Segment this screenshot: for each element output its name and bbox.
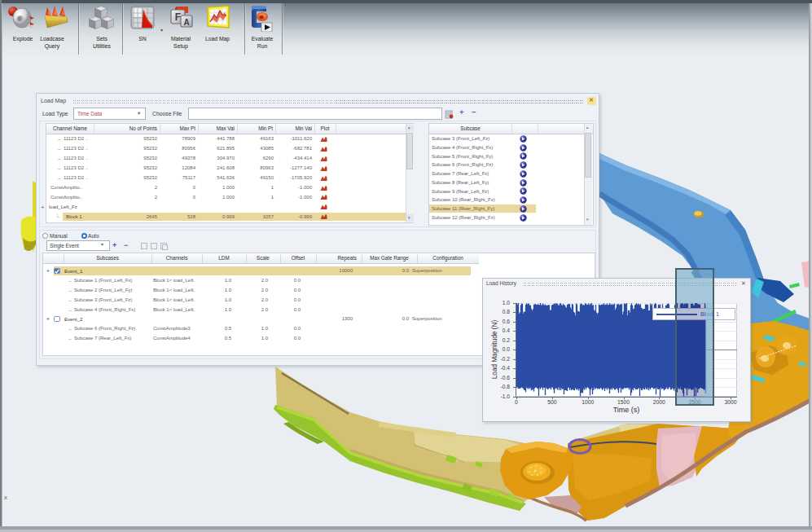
svg-text:A: A (183, 18, 189, 27)
svg-text:F: F (175, 11, 181, 23)
